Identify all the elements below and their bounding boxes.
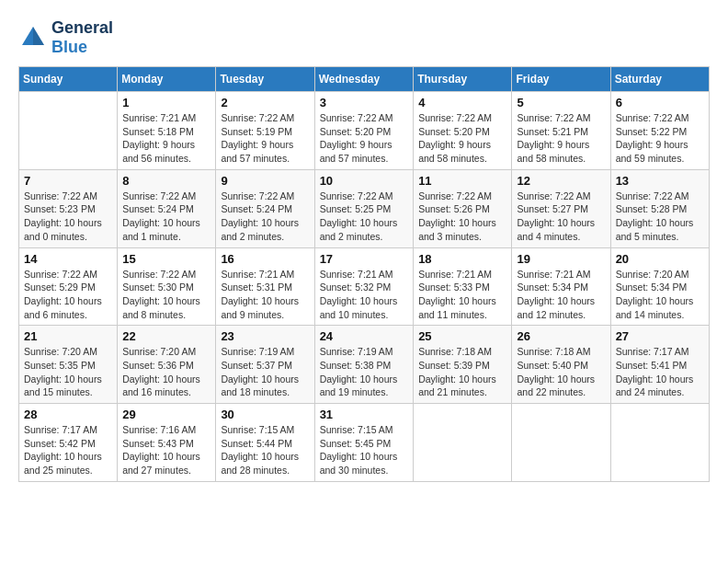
calendar-week-row: 14Sunrise: 7:22 AMSunset: 5:29 PMDayligh…	[19, 247, 710, 326]
day-number: 13	[616, 174, 704, 188]
weekday-header-tuesday: Tuesday	[216, 67, 314, 92]
day-info: Sunrise: 7:21 AMSunset: 5:33 PMDaylight:…	[418, 268, 506, 322]
day-number: 28	[24, 408, 112, 421]
calendar-cell: 22Sunrise: 7:20 AMSunset: 5:36 PMDayligh…	[118, 326, 216, 404]
day-number: 4	[418, 96, 506, 109]
calendar-cell: 7Sunrise: 7:22 AMSunset: 5:23 PMDaylight…	[19, 169, 118, 247]
day-number: 2	[221, 96, 309, 109]
day-number: 19	[517, 252, 605, 266]
day-number: 31	[320, 408, 409, 421]
calendar-cell: 28Sunrise: 7:17 AMSunset: 5:42 PMDayligh…	[19, 404, 118, 482]
day-info: Sunrise: 7:22 AMSunset: 5:25 PMDaylight:…	[320, 190, 409, 244]
calendar-cell: 1Sunrise: 7:21 AMSunset: 5:18 PMDaylight…	[118, 92, 216, 170]
day-number: 11	[418, 174, 506, 188]
day-info: Sunrise: 7:21 AMSunset: 5:34 PMDaylight:…	[517, 268, 605, 322]
calendar-cell: 6Sunrise: 7:22 AMSunset: 5:22 PMDaylight…	[610, 92, 709, 170]
calendar-cell: 31Sunrise: 7:15 AMSunset: 5:45 PMDayligh…	[314, 404, 414, 482]
day-number: 8	[122, 174, 210, 188]
day-number: 26	[517, 329, 605, 343]
calendar-cell: 25Sunrise: 7:18 AMSunset: 5:39 PMDayligh…	[414, 326, 512, 404]
day-number: 5	[517, 96, 605, 109]
day-number: 16	[221, 252, 309, 266]
calendar-cell: 5Sunrise: 7:22 AMSunset: 5:21 PMDaylight…	[512, 92, 610, 170]
page-header: General Blue	[18, 18, 710, 57]
calendar-week-row: 28Sunrise: 7:17 AMSunset: 5:42 PMDayligh…	[19, 404, 710, 482]
day-number: 25	[418, 329, 506, 343]
calendar-cell: 4Sunrise: 7:22 AMSunset: 5:20 PMDaylight…	[414, 92, 512, 170]
day-info: Sunrise: 7:22 AMSunset: 5:21 PMDaylight:…	[517, 111, 605, 166]
day-number: 20	[616, 252, 704, 266]
day-number: 23	[221, 329, 309, 343]
day-info: Sunrise: 7:21 AMSunset: 5:31 PMDaylight:…	[221, 268, 309, 322]
day-number: 17	[320, 252, 409, 266]
day-info: Sunrise: 7:21 AMSunset: 5:18 PMDaylight:…	[122, 111, 210, 166]
day-number: 6	[616, 96, 704, 109]
day-number: 7	[24, 174, 112, 188]
calendar-cell: 11Sunrise: 7:22 AMSunset: 5:26 PMDayligh…	[414, 169, 512, 247]
day-info: Sunrise: 7:22 AMSunset: 5:27 PMDaylight:…	[517, 190, 605, 244]
calendar-cell: 18Sunrise: 7:21 AMSunset: 5:33 PMDayligh…	[414, 247, 512, 326]
day-number: 18	[418, 252, 506, 266]
day-number: 22	[122, 329, 210, 343]
day-info: Sunrise: 7:20 AMSunset: 5:35 PMDaylight:…	[24, 345, 112, 399]
logo-icon	[18, 23, 48, 52]
calendar-cell: 9Sunrise: 7:22 AMSunset: 5:24 PMDaylight…	[216, 169, 314, 247]
day-info: Sunrise: 7:17 AMSunset: 5:41 PMDaylight:…	[616, 345, 704, 399]
weekday-header-monday: Monday	[118, 67, 216, 92]
calendar-cell: 13Sunrise: 7:22 AMSunset: 5:28 PMDayligh…	[610, 169, 709, 247]
calendar-cell: 17Sunrise: 7:21 AMSunset: 5:32 PMDayligh…	[314, 247, 414, 326]
day-number: 29	[122, 408, 210, 421]
calendar-cell	[610, 404, 709, 482]
day-info: Sunrise: 7:22 AMSunset: 5:19 PMDaylight:…	[221, 111, 309, 166]
calendar-cell: 2Sunrise: 7:22 AMSunset: 5:19 PMDaylight…	[216, 92, 314, 170]
day-number: 3	[320, 96, 409, 109]
weekday-header-sunday: Sunday	[19, 67, 118, 92]
day-info: Sunrise: 7:22 AMSunset: 5:22 PMDaylight:…	[616, 111, 704, 166]
calendar-cell: 24Sunrise: 7:19 AMSunset: 5:38 PMDayligh…	[314, 326, 414, 404]
day-info: Sunrise: 7:19 AMSunset: 5:38 PMDaylight:…	[320, 345, 409, 399]
svg-marker-1	[33, 27, 44, 45]
calendar-table: SundayMondayTuesdayWednesdayThursdayFrid…	[18, 66, 710, 482]
calendar-cell: 19Sunrise: 7:21 AMSunset: 5:34 PMDayligh…	[512, 247, 610, 326]
calendar-cell	[512, 404, 610, 482]
calendar-cell: 3Sunrise: 7:22 AMSunset: 5:20 PMDaylight…	[314, 92, 414, 170]
day-info: Sunrise: 7:15 AMSunset: 5:44 PMDaylight:…	[221, 423, 309, 477]
calendar-cell: 12Sunrise: 7:22 AMSunset: 5:27 PMDayligh…	[512, 169, 610, 247]
day-info: Sunrise: 7:21 AMSunset: 5:32 PMDaylight:…	[320, 268, 409, 322]
day-info: Sunrise: 7:17 AMSunset: 5:42 PMDaylight:…	[24, 423, 112, 477]
logo-text: General Blue	[51, 18, 113, 57]
day-number: 27	[616, 329, 704, 343]
calendar-week-row: 7Sunrise: 7:22 AMSunset: 5:23 PMDaylight…	[19, 169, 710, 247]
calendar-cell: 10Sunrise: 7:22 AMSunset: 5:25 PMDayligh…	[314, 169, 414, 247]
day-info: Sunrise: 7:18 AMSunset: 5:40 PMDaylight:…	[517, 345, 605, 399]
day-info: Sunrise: 7:22 AMSunset: 5:20 PMDaylight:…	[320, 111, 409, 166]
weekday-header-saturday: Saturday	[610, 67, 709, 92]
day-info: Sunrise: 7:22 AMSunset: 5:20 PMDaylight:…	[418, 111, 506, 166]
day-info: Sunrise: 7:15 AMSunset: 5:45 PMDaylight:…	[320, 423, 409, 477]
weekday-header-wednesday: Wednesday	[314, 67, 414, 92]
day-number: 21	[24, 329, 112, 343]
day-number: 30	[221, 408, 309, 421]
day-info: Sunrise: 7:22 AMSunset: 5:28 PMDaylight:…	[616, 190, 704, 244]
calendar-week-row: 1Sunrise: 7:21 AMSunset: 5:18 PMDaylight…	[19, 92, 710, 170]
calendar-cell: 14Sunrise: 7:22 AMSunset: 5:29 PMDayligh…	[19, 247, 118, 326]
day-info: Sunrise: 7:22 AMSunset: 5:24 PMDaylight:…	[221, 190, 309, 244]
day-info: Sunrise: 7:22 AMSunset: 5:30 PMDaylight:…	[122, 268, 210, 322]
weekday-header-row: SundayMondayTuesdayWednesdayThursdayFrid…	[19, 67, 710, 92]
calendar-week-row: 21Sunrise: 7:20 AMSunset: 5:35 PMDayligh…	[19, 326, 710, 404]
day-info: Sunrise: 7:22 AMSunset: 5:26 PMDaylight:…	[418, 190, 506, 244]
day-info: Sunrise: 7:19 AMSunset: 5:37 PMDaylight:…	[221, 345, 309, 399]
calendar-cell: 20Sunrise: 7:20 AMSunset: 5:34 PMDayligh…	[610, 247, 709, 326]
calendar-cell	[414, 404, 512, 482]
calendar-cell: 26Sunrise: 7:18 AMSunset: 5:40 PMDayligh…	[512, 326, 610, 404]
day-number: 24	[320, 329, 409, 343]
logo: General Blue	[18, 18, 113, 57]
calendar-cell: 30Sunrise: 7:15 AMSunset: 5:44 PMDayligh…	[216, 404, 314, 482]
day-info: Sunrise: 7:22 AMSunset: 5:24 PMDaylight:…	[122, 190, 210, 244]
day-info: Sunrise: 7:20 AMSunset: 5:36 PMDaylight:…	[122, 345, 210, 399]
day-info: Sunrise: 7:22 AMSunset: 5:23 PMDaylight:…	[24, 190, 112, 244]
day-number: 9	[221, 174, 309, 188]
weekday-header-friday: Friday	[512, 67, 610, 92]
day-number: 10	[320, 174, 409, 188]
calendar-cell	[19, 92, 118, 170]
